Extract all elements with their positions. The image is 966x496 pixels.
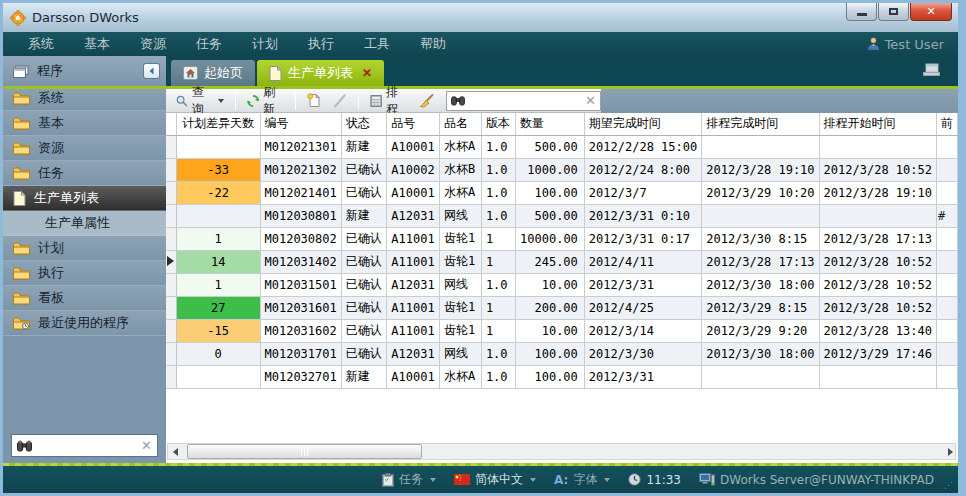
cell-qty: 500.00	[516, 204, 585, 227]
row-indicator-cell	[166, 342, 176, 365]
sidebar-search-box: ✕	[11, 434, 158, 457]
status-task-menu[interactable]: 任务	[382, 471, 436, 488]
cell-code: M012021401	[260, 181, 341, 204]
table-row[interactable]: 0M012031701已确认A12031网线1.0100.002012/3/30…	[166, 342, 958, 365]
minimize-button[interactable]	[846, 3, 877, 21]
status-language-label: 简体中文	[475, 471, 523, 488]
search-icon	[176, 94, 188, 108]
toolbar-search-clear-icon[interactable]: ✕	[585, 93, 596, 108]
folder-icon	[13, 317, 30, 330]
sidebar-item-基本[interactable]: 基本	[3, 111, 166, 136]
scroll-left-button[interactable]	[168, 444, 183, 459]
table-row[interactable]: 27M012031601已确认A11001齿轮11200.002012/4/25…	[166, 296, 958, 319]
cell-expect: 2012/3/31	[584, 273, 701, 296]
table-row[interactable]: 14M012031402已确认A11001齿轮11245.002012/4/11…	[166, 250, 958, 273]
cell-qty: 245.00	[516, 250, 585, 273]
cell-diff: -33	[176, 158, 260, 181]
menu-item[interactable]: 系统	[13, 32, 69, 56]
column-header-前[interactable]: 前	[936, 113, 957, 135]
cell-qty: 10000.00	[516, 227, 585, 250]
status-language-menu[interactable]: 简体中文	[454, 471, 536, 488]
sidebar-item-看板[interactable]: 看板	[3, 286, 166, 311]
horizontal-scrollbar[interactable]	[167, 443, 956, 460]
sidebar-item-生产单属性[interactable]: 生产单属性	[3, 211, 166, 236]
sidebar-item-任务[interactable]: 任务	[3, 161, 166, 186]
sidebar-item-最近使用的程序[interactable]: 最近使用的程序	[3, 311, 166, 336]
column-header-数量[interactable]: 数量	[516, 113, 585, 135]
sidebar-collapse-button[interactable]	[143, 63, 160, 79]
scrollbar-thumb[interactable]	[187, 444, 422, 459]
grid-area: 计划差异天数编号状态品号品名版本数量期望完成时间排程完成时间排程开始时间前 M0…	[166, 113, 958, 463]
column-header-编号[interactable]: 编号	[260, 113, 341, 135]
cell-item_no: A11001	[387, 227, 440, 250]
cell-expect: 2012/4/11	[584, 250, 701, 273]
cell-status: 已确认	[341, 250, 387, 273]
table-row[interactable]: M012030801新建A12031网线1.0500.002012/3/31 0…	[166, 204, 958, 227]
sidebar-item-计划[interactable]: 计划	[3, 236, 166, 261]
column-header-期望完成时间[interactable]: 期望完成时间	[584, 113, 701, 135]
menu-item[interactable]: 基本	[69, 32, 125, 56]
new-button[interactable]	[303, 91, 325, 110]
table-row[interactable]: M012021301新建A10001水杯A1.0500.002012/2/28 …	[166, 135, 958, 158]
sidebar-item-生产单列表[interactable]: 生产单列表	[3, 186, 166, 211]
folder-icon	[13, 117, 30, 130]
cell-sched_start	[819, 204, 936, 227]
column-header-排程开始时间[interactable]: 排程开始时间	[819, 113, 936, 135]
table-row[interactable]: -15M012031602已确认A11001齿轮1110.002012/3/14…	[166, 319, 958, 342]
menu-item[interactable]: 帮助	[405, 32, 461, 56]
column-header-计划差异天数[interactable]: 计划差异天数	[176, 113, 260, 135]
table-row[interactable]: M012032701新建A10001水杯A1.0100.002012/3/31	[166, 365, 958, 388]
row-indicator-cell	[166, 319, 176, 342]
clean-button[interactable]	[415, 92, 438, 110]
scroll-right-button[interactable]	[948, 448, 953, 456]
toolbar-search-box: ✕	[446, 91, 601, 111]
sidebar-search-input[interactable]	[32, 439, 141, 453]
toolbar-search-input[interactable]	[469, 94, 581, 108]
cell-expect: 2012/3/30	[584, 342, 701, 365]
table-row[interactable]: -33M012021302已确认A10002水杯B1.01000.002012/…	[166, 158, 958, 181]
cell-code: M012031402	[260, 250, 341, 273]
menu-item[interactable]: 资源	[125, 32, 181, 56]
row-indicator-header	[166, 113, 176, 135]
cell-item_name: 网线	[439, 273, 481, 296]
toolbar-separator	[235, 92, 236, 110]
column-header-品号[interactable]: 品号	[387, 113, 440, 135]
column-header-品名[interactable]: 品名	[439, 113, 481, 135]
menu-item[interactable]: 工具	[349, 32, 405, 56]
table-row[interactable]: 1M012030802已确认A11001齿轮1110000.002012/3/3…	[166, 227, 958, 250]
sidebar-item-执行[interactable]: 执行	[3, 261, 166, 286]
sidebar-search-clear-icon[interactable]: ✕	[141, 438, 152, 453]
cell-version: 1	[481, 250, 515, 273]
cell-status: 已确认	[341, 273, 387, 296]
resize-grip[interactable]: ⋰	[944, 480, 954, 490]
maximize-button[interactable]	[878, 3, 909, 21]
cell-version: 1	[481, 319, 515, 342]
status-font-menu[interactable]: A: 字体	[554, 471, 610, 488]
tab-close-icon[interactable]: ✕	[362, 66, 372, 80]
column-header-状态[interactable]: 状态	[341, 113, 387, 135]
window-controls: ✕	[845, 3, 952, 21]
table-row[interactable]: -22M012021401已确认A10001水杯A1.0100.002012/3…	[166, 181, 958, 204]
sidebar-item-系统[interactable]: 系统	[3, 86, 166, 111]
dock-window-icon[interactable]	[923, 63, 940, 76]
cell-version: 1.0	[481, 365, 515, 388]
edit-button[interactable]	[329, 92, 351, 110]
query-dropdown-caret[interactable]	[218, 99, 224, 103]
menu-item[interactable]: 计划	[237, 32, 293, 56]
column-header-版本[interactable]: 版本	[481, 113, 515, 135]
cell-code: M012030802	[260, 227, 341, 250]
cell-code: M012031602	[260, 319, 341, 342]
close-button[interactable]: ✕	[910, 3, 952, 21]
sidebar-item-资源[interactable]: 资源	[3, 136, 166, 161]
user-badge[interactable]: Test User	[867, 37, 944, 52]
cell-sched_start	[819, 135, 936, 158]
cell-sched_start: 2012/3/28 13:40	[819, 319, 936, 342]
column-header-排程完成时间[interactable]: 排程完成时间	[702, 113, 819, 135]
menu-item[interactable]: 任务	[181, 32, 237, 56]
menu-item[interactable]: 执行	[293, 32, 349, 56]
cell-expect: 2012/4/25	[584, 296, 701, 319]
cell-extra	[936, 319, 957, 342]
cell-sched_end: 2012/3/28 19:10	[702, 158, 819, 181]
table-row[interactable]: 1M012031501已确认A12031网线1.010.002012/3/312…	[166, 273, 958, 296]
folder-icon	[13, 267, 30, 280]
